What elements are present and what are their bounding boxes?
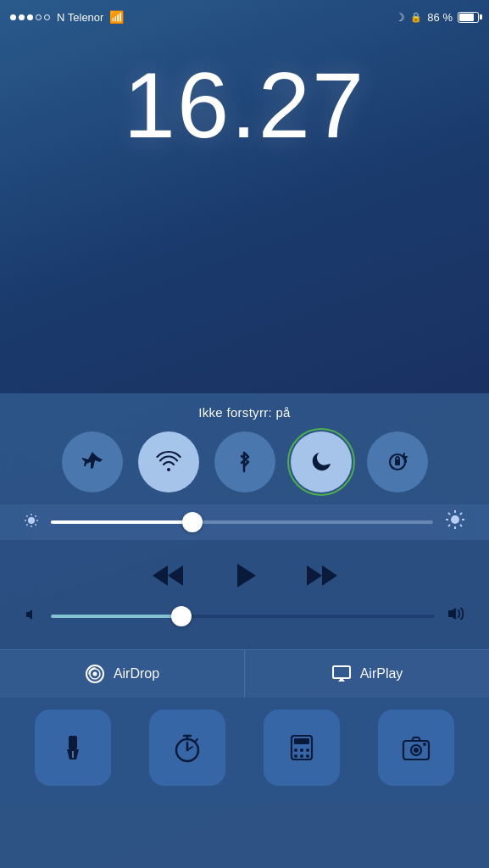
moon-icon [308, 449, 334, 475]
volume-low-icon [24, 607, 39, 626]
svg-point-33 [294, 748, 297, 752]
battery-fill [459, 14, 474, 21]
svg-point-41 [414, 748, 419, 753]
control-center-panel: Ikke forstyrr: på [0, 393, 489, 868]
airdrop-label: AirDrop [114, 666, 159, 682]
clock-display: 16.27 [0, 51, 489, 159]
airplane-icon [80, 449, 105, 475]
status-left: N Telenor 📶 [10, 10, 124, 24]
fast-forward-icon [307, 565, 337, 586]
wifi-status-icon: 📶 [109, 10, 124, 24]
lock-status-icon: 🔒 [410, 12, 422, 23]
play-button[interactable] [234, 564, 256, 587]
svg-rect-32 [294, 738, 309, 744]
svg-line-17 [448, 513, 450, 515]
svg-point-12 [451, 515, 459, 524]
flashlight-icon [58, 732, 88, 763]
signal-dot-2 [19, 14, 25, 20]
dnd-toggle[interactable] [291, 431, 352, 492]
svg-point-3 [28, 517, 35, 524]
volume-slider-row [24, 599, 465, 641]
play-icon [237, 564, 256, 587]
brightness-thumb[interactable] [182, 512, 203, 532]
timer-icon [172, 732, 203, 763]
media-controls [24, 555, 465, 599]
svg-rect-2 [396, 457, 399, 461]
volume-high-icon [447, 604, 465, 627]
status-bar: N Telenor 📶 ☽ 🔒 86 % [0, 0, 489, 34]
svg-rect-24 [333, 666, 350, 678]
svg-point-34 [300, 748, 303, 752]
signal-dot-3 [27, 14, 33, 20]
bluetooth-icon [232, 449, 258, 475]
calculator-icon [286, 732, 317, 763]
svg-point-36 [294, 754, 297, 758]
battery-icon [458, 12, 479, 23]
signal-strength [10, 14, 50, 20]
airdrop-button[interactable]: AirDrop [0, 650, 245, 698]
svg-rect-25 [69, 736, 77, 749]
rewind-button[interactable] [153, 565, 183, 586]
carrier-label: N Telenor [57, 11, 103, 24]
flashlight-button[interactable] [35, 709, 111, 786]
volume-thumb[interactable] [171, 606, 192, 626]
camera-button[interactable] [378, 709, 454, 786]
brightness-slider-row [0, 504, 489, 540]
battery-label: 86 % [427, 11, 453, 24]
svg-line-10 [35, 515, 36, 516]
airplay-label: AirPlay [360, 666, 403, 682]
volume-fill [51, 615, 181, 618]
airplane-mode-toggle[interactable] [62, 431, 123, 492]
camera-icon [401, 732, 431, 763]
brightness-track[interactable] [51, 520, 433, 524]
svg-line-19 [460, 513, 462, 515]
svg-point-23 [92, 672, 97, 676]
timer-button[interactable] [149, 709, 225, 786]
status-right: ☽ 🔒 86 % [395, 11, 479, 24]
signal-dot-4 [36, 14, 42, 20]
svg-point-37 [300, 754, 303, 758]
airdrop-airplay-row: AirDrop AirPlay [0, 649, 489, 698]
rewind-icon [153, 565, 183, 586]
svg-point-42 [423, 743, 426, 746]
rotation-lock-toggle[interactable] [367, 431, 428, 492]
brightness-low-icon [24, 513, 39, 531]
wifi-toggle[interactable] [138, 431, 199, 492]
svg-line-11 [26, 524, 27, 525]
airdrop-icon [85, 664, 105, 684]
airplay-icon [331, 664, 352, 684]
tools-row [0, 698, 489, 803]
signal-dot-1 [10, 14, 16, 20]
sun-small-icon [24, 513, 39, 528]
bluetooth-toggle[interactable] [214, 431, 275, 492]
signal-dot-5 [44, 14, 50, 20]
svg-line-18 [460, 525, 462, 526]
volume-track[interactable] [51, 615, 435, 618]
brightness-fill [51, 520, 192, 524]
toggle-row [0, 428, 489, 504]
wifi-icon [156, 449, 181, 475]
brightness-high-icon [445, 509, 465, 535]
svg-point-35 [306, 748, 309, 752]
moon-status-icon: ☽ [395, 11, 405, 24]
dnd-status-label: Ikke forstyrr: på [0, 393, 489, 428]
calculator-button[interactable] [264, 709, 340, 786]
svg-line-9 [35, 524, 36, 525]
fast-forward-button[interactable] [307, 565, 337, 586]
svg-line-8 [26, 515, 27, 516]
sun-large-icon [445, 509, 465, 530]
airplay-button[interactable]: AirPlay [245, 650, 489, 698]
media-section [0, 540, 489, 649]
svg-line-30 [196, 739, 197, 741]
rotation-lock-icon [385, 449, 410, 475]
svg-line-20 [448, 525, 450, 526]
svg-point-38 [306, 754, 309, 758]
